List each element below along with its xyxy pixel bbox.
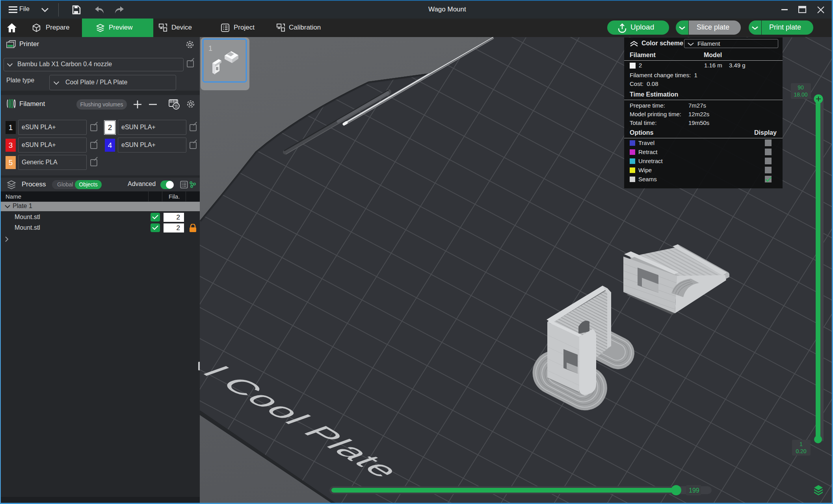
svg-text:90: 90 xyxy=(798,84,804,91)
svg-text:0.20: 0.20 xyxy=(796,448,806,454)
svg-text:1: 1 xyxy=(800,441,803,447)
svg-text:199: 199 xyxy=(689,487,699,494)
svg-text:1: 1 xyxy=(208,45,212,52)
svg-text:18.00: 18.00 xyxy=(794,91,807,98)
